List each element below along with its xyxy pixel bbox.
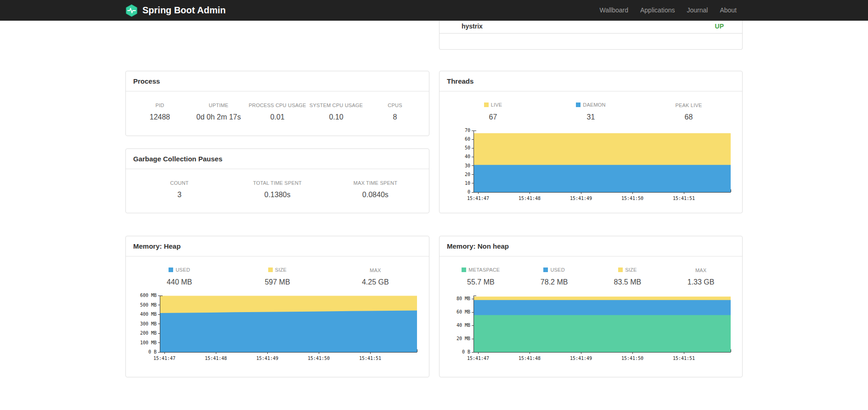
legend-color-swatch (543, 268, 548, 272)
metric-pid: PID 12488 (130, 101, 189, 121)
gc-panel: Garbage Collection Pauses COUNT 3 TOTAL … (125, 148, 429, 213)
memory-nonheap-panel: Memory: Non heap METASPACE 55.7 MB (439, 236, 743, 377)
svg-text:400 MB: 400 MB (140, 312, 157, 317)
threads-chart: 70605040302010015:41:4715:41:4815:41:491… (448, 127, 738, 204)
svg-text:40: 40 (465, 154, 470, 159)
svg-text:15:41:50: 15:41:50 (621, 356, 643, 361)
brand[interactable]: Spring Boot Admin (125, 4, 225, 17)
metric-value: 68 (640, 113, 738, 121)
svg-text:15:41:47: 15:41:47 (153, 356, 175, 361)
metric-value: 83.5 MB (591, 278, 665, 286)
metric-heap-used: USED 440 MB (130, 266, 228, 286)
svg-text:600 MB: 600 MB (140, 293, 157, 298)
svg-text:70: 70 (465, 128, 470, 133)
legend-color-swatch (169, 268, 173, 272)
metric-label-text: DAEMON (583, 102, 605, 108)
gc-metrics: COUNT 3 TOTAL TIME SPENT 0.1380s MAX TIM… (130, 178, 424, 199)
right-column: hystrix UP Threads LIVE 67 (439, 21, 743, 377)
metric-value: 0.01 (248, 113, 307, 121)
threads-panel-title: Threads (440, 71, 742, 91)
metric-value: 67 (444, 113, 542, 121)
svg-text:15:41:51: 15:41:51 (673, 356, 695, 361)
svg-text:100 MB: 100 MB (140, 340, 157, 345)
metric-label-text: MAX TIME SPENT (354, 180, 398, 186)
metric-label-text: SYSTEM CPU USAGE (310, 102, 363, 108)
metric-value: 55.7 MB (444, 278, 518, 286)
legend-color-swatch (268, 268, 273, 272)
svg-text:15:41:48: 15:41:48 (519, 356, 541, 361)
legend-color-swatch (484, 102, 489, 107)
svg-text:200 MB: 200 MB (140, 330, 157, 336)
svg-text:15:41:49: 15:41:49 (256, 356, 278, 361)
svg-text:300 MB: 300 MB (140, 321, 157, 326)
nav-item-journal[interactable]: Journal (681, 0, 714, 21)
metric-system-cpu: SYSTEM CPU USAGE 0.10 (307, 101, 366, 121)
metric-threads-peak-live: PEAK LIVE 68 (640, 101, 738, 121)
metric-gc-total-time: TOTAL TIME SPENT 0.1380s (228, 178, 326, 199)
heap-legend: USED 440 MB SIZE 597 MB MAX (130, 266, 424, 286)
metric-gc-max-time: MAX TIME SPENT 0.0840s (327, 178, 424, 199)
left-column: Process PID 12488 UPTIME 0d 0h 2m 17s PR… (125, 21, 429, 377)
svg-text:80 MB: 80 MB (457, 296, 470, 301)
svg-text:15:41:47: 15:41:47 (467, 196, 489, 201)
svg-text:15:41:48: 15:41:48 (519, 196, 541, 201)
memory-heap-panel-title: Memory: Heap (126, 236, 429, 256)
threads-legend: LIVE 67 DAEMON 31 PEAK LIVE (444, 101, 738, 121)
metric-value: 440 MB (130, 278, 228, 286)
metric-label-text: TOTAL TIME SPENT (253, 180, 302, 186)
nav-item-applications[interactable]: Applications (634, 0, 681, 21)
metric-nonheap-used: USED 78.2 MB (518, 266, 591, 286)
application-row[interactable]: hystrix UP (440, 21, 742, 34)
brand-title: Spring Boot Admin (142, 5, 225, 16)
metric-label-text: PROCESS CPU USAGE (248, 102, 306, 108)
metric-value: 12488 (130, 113, 189, 121)
metric-heap-size: SIZE 597 MB (228, 266, 326, 286)
memory-nonheap-panel-title: Memory: Non heap (440, 236, 742, 256)
process-panel: Process PID 12488 UPTIME 0d 0h 2m 17s PR… (125, 71, 429, 136)
metric-label-text: USED (550, 267, 564, 273)
svg-text:15:41:49: 15:41:49 (570, 196, 592, 201)
nav-links: Wallboard Applications Journal About (593, 0, 743, 21)
svg-text:30: 30 (465, 163, 470, 168)
svg-text:50: 50 (465, 145, 470, 150)
process-panel-title: Process (126, 71, 429, 91)
metric-label-text: COUNT (170, 180, 189, 186)
svg-text:15:41:49: 15:41:49 (570, 356, 592, 361)
metric-value: 1.33 GB (664, 278, 738, 286)
svg-text:0 B: 0 B (462, 349, 470, 354)
metric-threads-live: LIVE 67 (444, 101, 542, 121)
metric-label-text: LIVE (491, 102, 502, 108)
status-badge: UP (715, 23, 724, 30)
metric-value: 8 (366, 113, 424, 121)
nav-item-wallboard[interactable]: Wallboard (593, 0, 634, 21)
memory-heap-panel: Memory: Heap USED 440 MB (125, 236, 429, 377)
metric-label-text: CPUS (388, 102, 402, 108)
svg-text:15:41:48: 15:41:48 (205, 356, 227, 361)
metric-heap-max: MAX 4.25 GB (327, 266, 424, 286)
legend-color-swatch (618, 268, 623, 272)
metric-label-text: PEAK LIVE (675, 102, 702, 108)
nav-item-about[interactable]: About (714, 0, 743, 21)
spring-boot-admin-logo-icon (125, 4, 138, 17)
metric-threads-daemon: DAEMON 31 (542, 101, 640, 121)
threads-panel: Threads LIVE 67 (439, 71, 743, 213)
process-metrics: PID 12488 UPTIME 0d 0h 2m 17s PROCESS CP… (130, 101, 424, 121)
metric-value: 0.0840s (327, 191, 424, 199)
metric-label-text: MAX (695, 268, 706, 273)
metric-value: 0d 0h 2m 17s (189, 113, 248, 121)
gc-panel-title: Garbage Collection Pauses (126, 149, 429, 169)
metric-process-cpu: PROCESS CPU USAGE 0.01 (248, 101, 307, 121)
svg-text:20 MB: 20 MB (457, 336, 470, 341)
legend-color-swatch (576, 102, 581, 107)
metric-value: 78.2 MB (518, 278, 591, 286)
metric-nonheap-size: SIZE 83.5 MB (591, 266, 665, 286)
applications-panel: hystrix UP (439, 21, 743, 50)
metric-metaspace: METASPACE 55.7 MB (444, 266, 518, 286)
svg-text:15:41:51: 15:41:51 (359, 356, 381, 361)
metric-value: 4.25 GB (327, 278, 424, 286)
metric-label-text: PID (156, 102, 164, 108)
metric-label-text: USED (175, 267, 190, 273)
legend-color-swatch (462, 268, 466, 272)
svg-text:60 MB: 60 MB (457, 309, 470, 314)
metric-gc-count: COUNT 3 (130, 178, 228, 199)
